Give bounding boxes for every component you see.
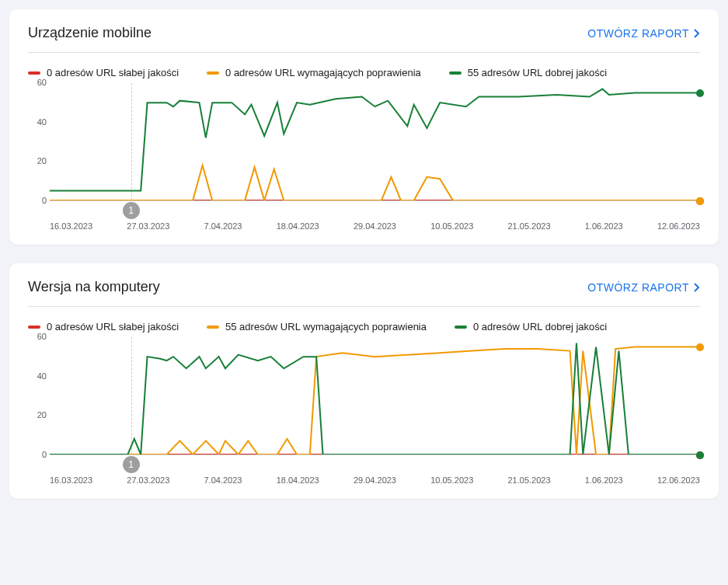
event-marker-badge[interactable]: 1	[123, 202, 140, 219]
chart-area: 0204060116.03.202327.03.20237.04.202318.…	[28, 337, 700, 485]
y-tick: 40	[37, 117, 47, 127]
chart-card: Urządzenie mobilneOTWÓRZ RAPORT0 adresów…	[9, 9, 719, 245]
x-tick: 18.04.2023	[277, 221, 319, 231]
legend-label: 0 adresów URL wymagających poprawienia	[225, 67, 421, 78]
y-tick: 60	[37, 78, 47, 87]
x-tick: 21.05.2023	[507, 475, 550, 485]
x-tick: 29.04.2023	[354, 475, 396, 485]
series-end-dot-need	[696, 197, 704, 205]
x-axis: 16.03.202327.03.20237.04.202318.04.20232…	[50, 455, 700, 485]
open-report-label: OTWÓRZ RAPORT	[587, 27, 689, 40]
y-tick: 60	[37, 332, 47, 341]
chart-series	[50, 337, 700, 454]
card-header: Wersja na komputeryOTWÓRZ RAPORT	[28, 279, 700, 307]
legend-swatch-icon	[449, 71, 462, 75]
x-tick: 1.06.2023	[585, 475, 623, 485]
series-line-need	[50, 165, 700, 200]
chart-area: 0204060116.03.202327.03.20237.04.202318.…	[28, 83, 700, 231]
legend-swatch-icon	[28, 71, 40, 75]
y-tick: 0	[42, 450, 47, 459]
x-tick: 16.03.2023	[50, 221, 92, 231]
card-header: Urządzenie mobilneOTWÓRZ RAPORT	[28, 25, 700, 53]
legend-label: 0 adresów URL słabej jakości	[47, 67, 179, 78]
y-tick: 20	[37, 156, 47, 165]
x-tick: 1.06.2023	[585, 221, 623, 231]
x-tick: 10.05.2023	[430, 221, 473, 231]
x-tick: 10.05.2023	[430, 475, 473, 485]
legend-label: 0 adresów URL słabej jakości	[47, 321, 179, 333]
x-tick: 18.04.2023	[277, 475, 319, 485]
y-tick: 20	[37, 410, 47, 420]
legend-swatch-icon	[28, 326, 40, 329]
x-tick: 27.03.2023	[127, 475, 169, 485]
x-tick: 21.05.2023	[507, 221, 550, 231]
legend-item-need[interactable]: 0 adresów URL wymagających poprawienia	[207, 67, 421, 78]
y-axis: 0204060	[28, 337, 47, 454]
event-marker-badge[interactable]: 1	[123, 456, 140, 473]
legend-item-good[interactable]: 0 adresów URL dobrej jakości	[455, 321, 607, 333]
card-title: Wersja na komputery	[28, 279, 160, 295]
legend-swatch-icon	[207, 71, 219, 75]
chart-legend: 0 adresów URL słabej jakości0 adresów UR…	[28, 53, 700, 83]
x-tick: 16.03.2023	[50, 475, 92, 485]
x-tick: 12.06.2023	[657, 475, 700, 485]
x-tick: 12.06.2023	[657, 221, 700, 231]
open-report-button[interactable]: OTWÓRZ RAPORT	[587, 281, 700, 294]
x-tick: 7.04.2023	[204, 221, 242, 231]
series-line-good	[50, 343, 700, 454]
chevron-right-icon	[694, 29, 700, 38]
card-title: Urządzenie mobilne	[28, 25, 152, 41]
legend-item-good[interactable]: 55 adresów URL dobrej jakości	[449, 67, 607, 78]
legend-item-poor[interactable]: 0 adresów URL słabej jakości	[28, 321, 179, 333]
y-tick: 0	[42, 196, 47, 205]
chart-card: Wersja na komputeryOTWÓRZ RAPORT0 adresó…	[9, 263, 719, 499]
y-axis: 0204060	[28, 83, 47, 200]
legend-label: 0 adresów URL dobrej jakości	[473, 321, 607, 333]
x-tick: 29.04.2023	[354, 221, 396, 231]
chevron-right-icon	[694, 283, 700, 292]
legend-swatch-icon	[207, 326, 219, 329]
chart-series	[50, 83, 700, 200]
legend-label: 55 adresów URL dobrej jakości	[468, 67, 607, 78]
chart-plot[interactable]: 02040601	[50, 83, 700, 201]
chart-legend: 0 adresów URL słabej jakości55 adresów U…	[28, 307, 700, 337]
legend-item-need[interactable]: 55 adresów URL wymagających poprawienia	[207, 321, 427, 333]
legend-label: 55 adresów URL wymagających poprawienia	[225, 321, 427, 333]
series-line-good	[50, 89, 700, 191]
y-tick: 40	[37, 371, 47, 381]
x-tick: 7.04.2023	[204, 475, 242, 485]
series-end-dot-need	[696, 343, 704, 351]
series-end-dot-good	[696, 451, 704, 459]
x-tick: 27.03.2023	[127, 221, 169, 231]
x-axis: 16.03.202327.03.20237.04.202318.04.20232…	[50, 201, 700, 231]
chart-plot[interactable]: 02040601	[50, 337, 700, 455]
legend-item-poor[interactable]: 0 adresów URL słabej jakości	[28, 67, 179, 78]
open-report-label: OTWÓRZ RAPORT	[587, 281, 689, 294]
legend-swatch-icon	[455, 326, 467, 329]
series-end-dot-good	[696, 89, 704, 97]
open-report-button[interactable]: OTWÓRZ RAPORT	[587, 27, 700, 40]
